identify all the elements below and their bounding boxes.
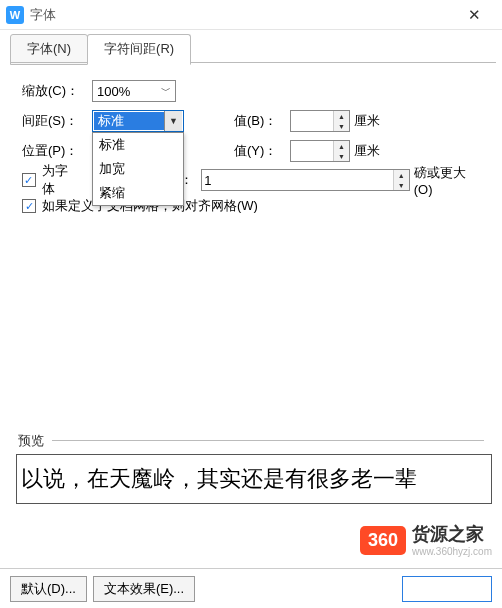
spacing-option-condensed[interactable]: 紧缩 — [93, 181, 183, 205]
spacing-option-expanded[interactable]: 加宽 — [93, 157, 183, 181]
value-b-input[interactable] — [291, 112, 329, 130]
dropdown-arrow-icon: ▼ — [164, 111, 182, 131]
spacing-label: 间距(S)： — [22, 112, 92, 130]
preview-label: 预览 — [18, 432, 44, 450]
unit-cm-b: 厘米 — [354, 112, 380, 130]
watermark-main: 货源之家 — [412, 524, 492, 546]
kerning-input[interactable] — [202, 171, 388, 189]
grid-checkbox[interactable]: ✓ — [22, 199, 36, 213]
text-effects-button[interactable]: 文本效果(E)... — [93, 576, 195, 602]
preview-separator — [52, 440, 484, 441]
value-y-label: 值(Y)： — [234, 142, 290, 160]
value-y-input[interactable] — [291, 142, 329, 160]
preview-box: 以说，在天魔岭，其实还是有很多老一辈 — [16, 454, 492, 504]
chevron-down-icon: ﹀ — [161, 84, 171, 98]
spin-down-icon[interactable]: ▼ — [334, 151, 349, 161]
primary-button[interactable] — [402, 576, 492, 602]
spacing-dropdown: 标准 加宽 紧缩 — [92, 132, 184, 206]
window-title: 字体 — [30, 6, 454, 24]
kerning-unit: 磅或更大(O) — [414, 164, 484, 197]
unit-cm-y: 厘米 — [354, 142, 380, 160]
value-y-spinner[interactable]: ▲ ▼ — [290, 140, 350, 162]
close-button[interactable]: ✕ — [454, 1, 494, 29]
spacing-combo[interactable]: 标准 ▼ 标准 加宽 紧缩 — [92, 110, 184, 132]
spin-up-icon[interactable]: ▲ — [334, 111, 349, 121]
app-icon: W — [6, 6, 24, 24]
value-b-spinner[interactable]: ▲ ▼ — [290, 110, 350, 132]
watermark-sub: www.360hyzj.com — [412, 546, 492, 558]
scale-label: 缩放(C)： — [22, 82, 92, 100]
scale-combo[interactable]: 100% ﹀ — [92, 80, 176, 102]
spacing-value: 标准 — [94, 112, 164, 130]
spin-down-icon[interactable]: ▼ — [394, 180, 409, 190]
spacing-option-standard[interactable]: 标准 — [93, 133, 183, 157]
spin-up-icon[interactable]: ▲ — [334, 141, 349, 151]
tab-char-spacing[interactable]: 字符间距(R) — [87, 34, 191, 65]
kerning-spinner[interactable]: ▲ ▼ — [201, 169, 410, 191]
tab-font[interactable]: 字体(N) — [10, 34, 88, 65]
spin-up-icon[interactable]: ▲ — [394, 170, 409, 180]
kerning-checkbox[interactable]: ✓ — [22, 173, 36, 187]
default-button[interactable]: 默认(D)... — [10, 576, 87, 602]
watermark-badge: 360 — [360, 526, 406, 555]
kerning-label-prefix: 为字体 — [42, 162, 81, 198]
scale-value: 100% — [97, 84, 130, 99]
spin-down-icon[interactable]: ▼ — [334, 121, 349, 131]
position-label: 位置(P)： — [22, 142, 92, 160]
watermark: 360 货源之家 www.360hyzj.com — [360, 524, 492, 558]
value-b-label: 值(B)： — [234, 112, 290, 130]
